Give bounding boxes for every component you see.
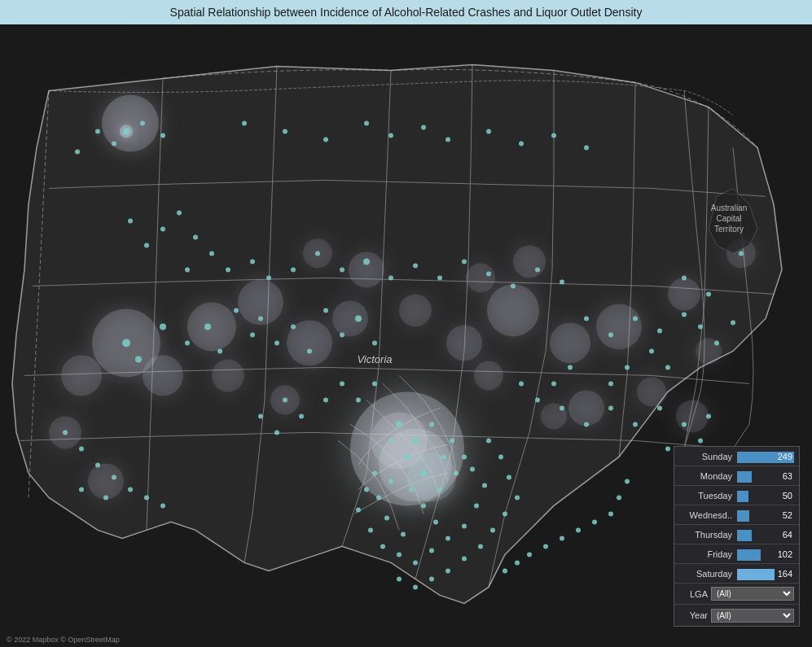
legend-value-thursday: 64 (783, 530, 794, 540)
svg-point-153 (283, 398, 287, 403)
svg-point-98 (698, 439, 703, 444)
svg-point-82 (608, 333, 613, 338)
svg-point-94 (608, 406, 613, 411)
svg-point-169 (193, 235, 198, 240)
legend-bar-fill-monday (737, 471, 752, 483)
svg-point-112 (388, 479, 393, 484)
svg-point-88 (731, 321, 735, 326)
svg-point-24 (446, 326, 482, 361)
svg-point-76 (462, 260, 467, 264)
svg-point-108 (454, 471, 459, 476)
svg-point-50 (486, 129, 491, 134)
svg-point-180 (527, 553, 532, 557)
svg-point-54 (122, 339, 130, 348)
svg-point-40 (75, 150, 80, 155)
svg-point-125 (413, 561, 418, 566)
svg-point-78 (511, 284, 516, 289)
svg-point-93 (584, 422, 589, 427)
svg-point-139 (462, 557, 467, 562)
svg-point-46 (364, 121, 369, 126)
svg-text:Capital: Capital (716, 215, 741, 224)
svg-point-181 (543, 544, 548, 549)
svg-point-115 (401, 532, 406, 537)
svg-point-55 (135, 356, 142, 363)
svg-point-122 (368, 528, 373, 533)
svg-point-140 (446, 569, 450, 574)
svg-point-109 (409, 487, 414, 492)
svg-point-28 (349, 252, 384, 288)
svg-point-117 (450, 439, 454, 444)
svg-point-49 (446, 138, 450, 142)
lga-select[interactable]: (All) (711, 587, 794, 601)
svg-text:Victoria: Victoria (357, 354, 392, 366)
legend-label-sunday: Sunday (679, 452, 737, 461)
legend-dropdown-lga[interactable]: LGA (All) (674, 584, 799, 605)
svg-point-69 (372, 341, 377, 346)
svg-point-79 (535, 268, 540, 273)
svg-point-186 (617, 496, 621, 501)
svg-point-162 (209, 251, 214, 256)
svg-text:Territory: Territory (714, 225, 744, 234)
svg-point-130 (482, 483, 487, 488)
svg-point-100 (706, 414, 711, 419)
legend-bar-thursday: 64 (737, 528, 794, 541)
svg-point-26 (513, 246, 546, 278)
legend-row-tuesday: Tuesday 50 (674, 486, 799, 505)
svg-point-168 (177, 211, 182, 216)
svg-point-38 (140, 121, 145, 126)
svg-point-159 (356, 398, 361, 403)
legend-row-wednesday: Wednesd.. 52 (674, 505, 799, 525)
svg-point-86 (698, 325, 703, 330)
svg-point-142 (413, 585, 418, 590)
svg-point-126 (429, 549, 434, 553)
svg-point-110 (421, 504, 426, 509)
svg-point-182 (560, 536, 564, 541)
svg-point-83 (633, 317, 638, 321)
svg-point-85 (682, 313, 687, 317)
svg-point-136 (503, 512, 507, 517)
svg-point-163 (226, 268, 230, 273)
svg-point-189 (503, 569, 507, 574)
svg-point-57 (185, 341, 190, 346)
svg-point-45 (323, 138, 328, 142)
svg-point-22 (212, 360, 244, 392)
svg-point-60 (234, 308, 239, 313)
legend-value-tuesday: 50 (783, 491, 794, 501)
legend-label-thursday: Thursday (679, 530, 737, 540)
svg-point-32 (61, 356, 102, 396)
page-title: Spatial Relationship between Incidence o… (0, 0, 812, 24)
svg-point-37 (123, 129, 129, 135)
svg-point-75 (437, 276, 442, 281)
svg-point-92 (560, 406, 564, 411)
svg-point-120 (364, 487, 369, 492)
svg-point-7 (143, 356, 183, 396)
svg-point-63 (274, 341, 279, 346)
legend-bar-fill-friday (737, 549, 761, 561)
legend-bar-fill-saturday (737, 569, 775, 580)
svg-point-166 (291, 268, 296, 273)
legend-lga-label: LGA (679, 589, 708, 599)
svg-point-129 (474, 504, 479, 509)
svg-point-141 (429, 577, 434, 582)
svg-point-184 (592, 520, 597, 525)
svg-point-134 (507, 475, 511, 480)
svg-point-6 (187, 303, 236, 352)
legend-label-tuesday: Tuesday (679, 491, 737, 501)
svg-point-44 (283, 129, 287, 134)
svg-point-102 (412, 438, 419, 444)
svg-point-62 (258, 317, 263, 321)
svg-point-133 (498, 455, 503, 460)
svg-point-172 (608, 382, 613, 387)
svg-point-135 (515, 496, 520, 501)
svg-point-21 (332, 301, 368, 337)
app: Spatial Relationship between Incidence o… (0, 0, 812, 647)
legend-value-friday: 102 (778, 549, 794, 559)
svg-point-96 (657, 406, 662, 411)
svg-point-143 (397, 577, 402, 582)
svg-point-80 (560, 280, 564, 285)
legend-dropdown-year[interactable]: Year (All) (674, 605, 799, 626)
svg-point-34 (88, 464, 124, 500)
svg-point-25 (474, 361, 503, 391)
legend-value-saturday: 164 (778, 569, 794, 579)
year-select[interactable]: (All) (711, 609, 794, 623)
